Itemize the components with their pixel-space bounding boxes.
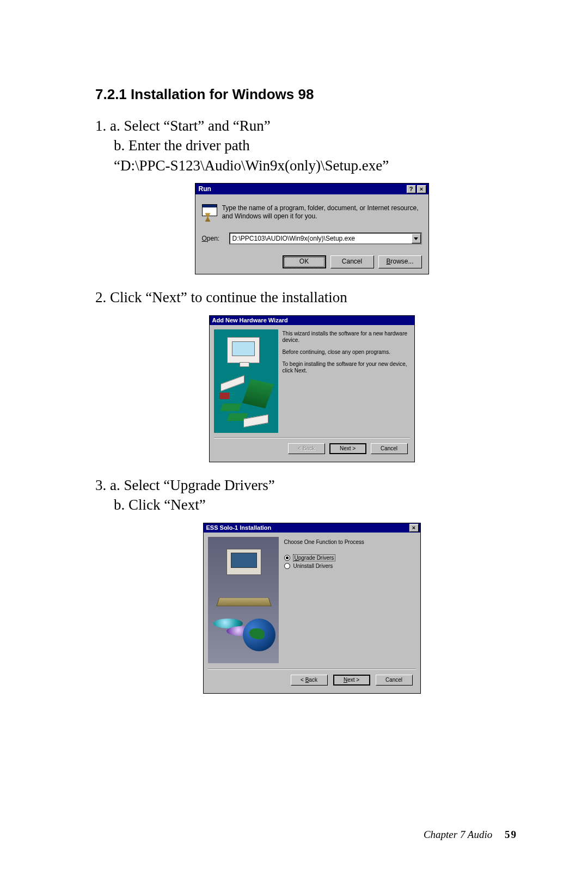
chapter-label: Chapter 7 Audio — [424, 829, 492, 840]
wizard-text-2: Before continuing, close any open progra… — [283, 349, 410, 356]
ok-button[interactable]: OK — [283, 255, 326, 268]
radio-upgrade-drivers[interactable]: Upgrade Drivers — [284, 555, 416, 561]
wizard-title: Add New Hardware Wizard — [212, 317, 413, 323]
browse-button[interactable]: Browse... — [378, 255, 422, 268]
next-button[interactable]: Next > — [333, 675, 370, 686]
run-titlebar: Run ? × — [195, 183, 428, 194]
step-1-path: “D:\PPC-S123\Audio\Win9x(only)\Setup.exe… — [95, 156, 528, 175]
step-3: 3. a. Select “Upgrade Drivers” b. Click … — [95, 475, 528, 515]
radio-upgrade-label: Upgrade Drivers — [293, 555, 335, 561]
radio-uninstall-drivers[interactable]: Uninstall Drivers — [284, 563, 416, 569]
back-button[interactable]: < Back — [291, 675, 328, 686]
ess-titlebar: ESS Solo-1 Installation × — [204, 523, 420, 533]
help-button[interactable]: ? — [407, 185, 416, 193]
close-button[interactable]: × — [417, 185, 426, 193]
step-1b: b. Enter the driver path — [95, 136, 528, 155]
step-1a: a. Select “Start” and “Run” — [110, 118, 271, 134]
open-label: Open: — [202, 235, 224, 242]
next-button[interactable]: Next > — [329, 443, 366, 454]
run-icon — [202, 204, 215, 223]
page-number: 59 — [505, 829, 517, 840]
back-button: < Back — [288, 443, 325, 454]
radio-uninstall-label: Uninstall Drivers — [293, 563, 333, 569]
step-3a: a. Select “Upgrade Drivers” — [110, 477, 275, 493]
wizard-illustration — [214, 329, 278, 433]
wizard-titlebar: Add New Hardware Wizard — [210, 316, 414, 325]
radio-icon — [284, 555, 290, 561]
run-title: Run — [199, 185, 406, 193]
page-footer: Chapter 7 Audio 59 — [424, 829, 517, 841]
section-heading: 7.2.1 Installation for Windows 98 — [95, 86, 528, 103]
step-1: 1. a. Select “Start” and “Run” b. Enter … — [95, 116, 528, 175]
close-button[interactable]: × — [409, 524, 419, 532]
ess-title: ESS Solo-1 Installation — [206, 524, 408, 531]
wizard-text-3: To begin installing the software for you… — [283, 361, 410, 374]
step-1-num: 1. — [95, 118, 106, 134]
wizard-text-1: This wizard installs the software for a … — [283, 331, 410, 344]
step-3b: b. Click “Next” — [95, 495, 528, 515]
cancel-button[interactable]: Cancel — [376, 675, 413, 686]
dropdown-button[interactable] — [412, 234, 421, 243]
step-2: 2. Click “Next” to continue the installa… — [95, 287, 528, 307]
cancel-button[interactable]: Cancel — [330, 255, 374, 268]
radio-icon — [284, 563, 290, 569]
run-description: Type the name of a program, folder, docu… — [222, 204, 422, 221]
ess-dialog: ESS Solo-1 Installation × Choose One Fun… — [203, 523, 421, 694]
cancel-button[interactable]: Cancel — [371, 443, 408, 454]
open-combobox[interactable] — [229, 233, 422, 244]
step-3-num: 3. — [95, 477, 106, 493]
run-dialog: Run ? × Type the name of a program, fold… — [195, 183, 429, 274]
open-input[interactable] — [230, 234, 412, 243]
ess-heading: Choose One Function to Process — [284, 539, 416, 545]
ess-illustration — [208, 537, 279, 663]
hardware-wizard-dialog: Add New Hardware Wizard This wizard inst… — [209, 315, 415, 462]
